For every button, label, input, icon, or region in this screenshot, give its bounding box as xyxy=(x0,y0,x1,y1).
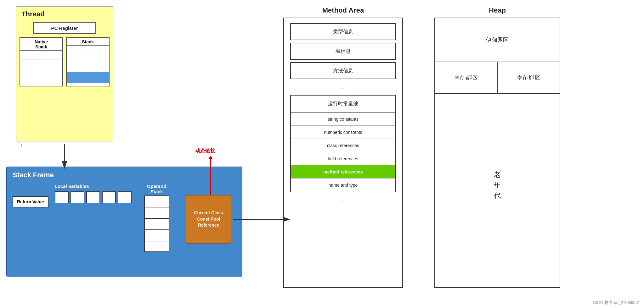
runtime-pool-box: 运行时常量池 string constants numberic constan… xyxy=(290,95,396,192)
rp-title: 运行时常量池 xyxy=(291,96,395,113)
method-area-wrapper: Method Area 类型信息 域信息 方法信息 ... 运行时常量池 str… xyxy=(283,6,403,288)
ma-item-field-info: 域信息 xyxy=(290,43,396,60)
s-row-1 xyxy=(67,46,109,54)
local-vars-area: Local Variables xyxy=(55,184,132,203)
heap-old-text: 老年代 xyxy=(494,169,501,201)
heap-survivor-row: 幸存者0区 幸存者1区 xyxy=(435,62,560,94)
rp-name-and-type: name and type xyxy=(291,179,395,192)
dynamic-link-label: 动态链接 xyxy=(195,148,215,154)
ns-row-1 xyxy=(20,51,62,59)
native-stack-area: NativeStack Stack xyxy=(16,37,113,86)
lv-cell-2 xyxy=(71,191,84,203)
method-area-title: Method Area xyxy=(283,6,403,14)
thread-title: Thread xyxy=(16,7,113,20)
local-vars-label: Local Variables xyxy=(55,184,132,189)
lv-cell-3 xyxy=(86,191,100,203)
os-cell-3 xyxy=(144,218,169,229)
heap-survivor-0: 幸存者0区 xyxy=(435,62,498,93)
os-cell-2 xyxy=(144,207,169,218)
os-cell-5 xyxy=(144,241,169,252)
rp-method-references: method references xyxy=(291,165,395,179)
s-row-blue xyxy=(67,72,109,83)
return-value-box: Return Value xyxy=(13,196,48,207)
ma-item-type-info: 类型信息 xyxy=(290,23,396,40)
stack-label: Stack xyxy=(67,38,109,46)
pc-register-box: PC Register xyxy=(33,22,96,34)
ma-dots-1: ... xyxy=(290,82,396,92)
ccp-box: Current ClassConst PoolReference xyxy=(186,195,231,244)
operand-stack-label: OperandStack xyxy=(147,184,167,194)
native-stack-box: NativeStack xyxy=(20,37,63,86)
rp-field-references: field references xyxy=(291,152,395,165)
operand-stack-area: OperandStack xyxy=(144,184,169,252)
heap-box: 伊甸园区 幸存者0区 幸存者1区 老年代 xyxy=(434,18,560,288)
lv-cell-1 xyxy=(55,191,69,203)
ns-row-4 xyxy=(20,77,62,86)
ccp-text: Current ClassConst PoolReference xyxy=(194,210,223,228)
os-cell-4 xyxy=(144,229,169,241)
lv-cell-4 xyxy=(102,191,116,203)
ns-row-2 xyxy=(20,59,62,68)
ma-item-method-info: 方法信息 xyxy=(290,62,396,79)
rp-class-references: class references xyxy=(291,139,395,152)
os-cells xyxy=(144,195,169,252)
ma-dots-2: ... xyxy=(290,195,396,206)
red-arrow-line xyxy=(210,159,211,195)
native-stack-rows xyxy=(20,51,62,86)
thread-box: Thread PC Register NativeStack Stack xyxy=(16,6,113,141)
heap-title: Heap xyxy=(434,6,560,14)
rp-numberic-constants: numberic constants xyxy=(291,126,395,139)
s-row-2 xyxy=(67,54,109,63)
lv-cell-5 xyxy=(118,191,132,203)
stack-box: Stack xyxy=(66,37,110,86)
rp-string-constants: string constants xyxy=(291,113,395,126)
diagram-container: Thread PC Register NativeStack Stack xyxy=(0,0,644,308)
watermark: CSDN博客 qq_27986857 xyxy=(593,300,639,305)
native-stack-label: NativeStack xyxy=(20,38,62,51)
lv-cells xyxy=(55,191,132,203)
method-area-box: 类型信息 域信息 方法信息 ... 运行时常量池 string constant… xyxy=(283,18,403,288)
heap-old: 老年代 xyxy=(435,94,560,276)
heap-survivor-1: 幸存者1区 xyxy=(498,62,560,93)
os-cell-1 xyxy=(144,195,169,207)
stack-frame-title: Stack Frame xyxy=(7,167,242,179)
ns-row-3 xyxy=(20,68,62,77)
heap-eden: 伊甸园区 xyxy=(435,18,560,62)
s-row-3 xyxy=(67,63,109,72)
heap-wrapper: Heap 伊甸园区 幸存者0区 幸存者1区 老年代 xyxy=(434,6,560,288)
stack-rows xyxy=(67,46,109,83)
